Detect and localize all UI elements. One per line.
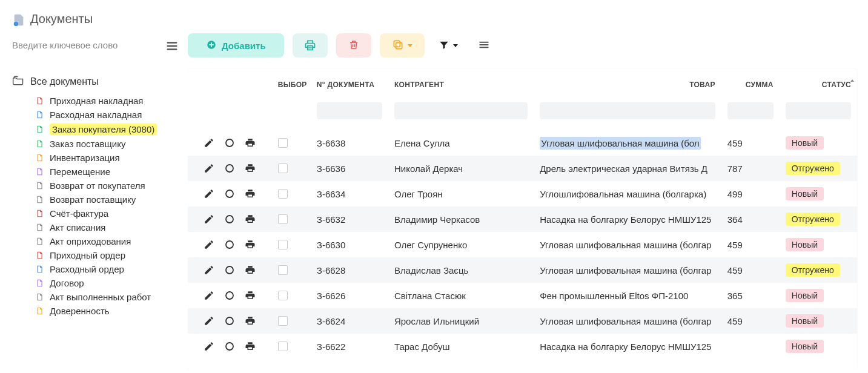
sidebar-item[interactable]: Акт списания — [35, 220, 179, 234]
add-button[interactable]: Добавить — [188, 33, 284, 58]
row-checkbox[interactable] — [278, 342, 288, 351]
file-icon — [35, 110, 44, 120]
sidebar-item[interactable]: Договор — [35, 276, 179, 290]
col-header-product[interactable]: ТОВАР — [534, 68, 721, 97]
sidebar-item[interactable]: Заказ поставщику — [35, 137, 179, 151]
sidebar-item[interactable]: Возврат от покупателя — [35, 179, 179, 193]
file-icon — [35, 292, 44, 302]
svg-point-4 — [226, 139, 233, 147]
circle-icon[interactable] — [224, 341, 235, 352]
print-icon[interactable] — [245, 341, 256, 352]
filter-contractor[interactable] — [394, 102, 528, 119]
file-icon — [35, 264, 44, 274]
sidebar-item[interactable]: Приходная накладная — [35, 94, 179, 108]
edit-icon[interactable] — [204, 137, 214, 148]
cell-contractor: Олег Супруненко — [388, 232, 534, 257]
sidebar-item[interactable]: Перемещение — [35, 165, 179, 179]
sidebar-item-label: Возврат от покупателя — [50, 180, 145, 191]
print-icon[interactable] — [245, 290, 256, 301]
print-button[interactable] — [293, 33, 328, 58]
sidebar-item[interactable]: Акт оприходования — [35, 234, 179, 248]
table-row[interactable]: З-6626 Світлана Стасюк Фен промышленный … — [188, 283, 857, 308]
circle-icon[interactable] — [224, 163, 235, 174]
row-checkbox[interactable] — [278, 163, 288, 173]
delete-button[interactable] — [336, 33, 371, 58]
sidebar-item[interactable]: Возврат поставщику — [35, 193, 179, 206]
table-row[interactable]: З-6630 Олег Супруненко Угловая шлифоваль… — [188, 232, 857, 257]
row-checkbox[interactable] — [278, 265, 288, 275]
circle-icon[interactable] — [224, 137, 235, 148]
circle-icon[interactable] — [224, 188, 235, 199]
copy-icon — [392, 39, 404, 53]
circle-icon[interactable] — [224, 239, 235, 250]
row-checkbox[interactable] — [278, 214, 288, 224]
edit-icon[interactable] — [204, 290, 214, 301]
row-checkbox[interactable] — [278, 291, 288, 300]
filter-doc-no[interactable] — [317, 102, 382, 119]
edit-icon[interactable] — [204, 265, 214, 276]
file-icon — [35, 306, 44, 316]
table-row[interactable]: З-6638 Елена Сулла Угловая шлифовальная … — [188, 130, 857, 156]
circle-icon[interactable] — [224, 290, 235, 301]
col-header-sum[interactable]: СУММА — [721, 68, 780, 97]
svg-point-11 — [226, 317, 233, 325]
table-row[interactable]: З-6628 Владислав Заєць Угловая шлифоваль… — [188, 257, 857, 283]
cell-sum: 365 — [721, 283, 780, 308]
sidebar-item[interactable]: Доверенность — [35, 304, 179, 318]
sidebar-item[interactable]: Акт выполненных работ — [35, 290, 179, 304]
status-badge: Новый — [786, 340, 824, 353]
circle-icon[interactable] — [224, 214, 235, 225]
filter-button[interactable] — [433, 33, 463, 58]
scroll-up-icon[interactable] — [849, 77, 856, 88]
edit-icon[interactable] — [204, 341, 214, 352]
print-icon[interactable] — [245, 188, 256, 199]
col-header-doc-no[interactable]: N° ДОКУМЕНТА — [311, 68, 388, 97]
row-checkbox[interactable] — [278, 316, 288, 326]
table-row[interactable]: З-6632 Владимир Черкасов Насадка на болг… — [188, 206, 857, 232]
row-checkbox[interactable] — [278, 189, 288, 199]
tree-root-all-documents[interactable]: Все документы — [12, 74, 179, 89]
col-header-select[interactable]: ВЫБОР — [272, 68, 311, 97]
filter-sum[interactable] — [727, 102, 774, 119]
sidebar-item[interactable]: Приходный ордер — [35, 248, 179, 262]
sidebar-item[interactable]: Расходный ордер — [35, 262, 179, 276]
cell-doc-no: З-6630 — [311, 232, 388, 257]
table-row[interactable]: З-6634 Олег Троян Углошлифовальная машин… — [188, 181, 857, 206]
print-icon[interactable] — [245, 137, 256, 148]
sidebar-toggle-icon[interactable] — [165, 39, 179, 50]
col-header-contractor[interactable]: КОНТРАГЕНТ — [388, 68, 534, 97]
sidebar-item[interactable]: Расходная накладная — [35, 108, 179, 122]
print-icon[interactable] — [245, 163, 256, 174]
copy-button[interactable] — [380, 33, 425, 58]
edit-icon[interactable] — [204, 239, 214, 250]
edit-icon[interactable] — [204, 163, 214, 174]
circle-icon[interactable] — [224, 265, 235, 276]
edit-icon[interactable] — [204, 315, 214, 326]
search-input[interactable]: Введите ключевое слово — [12, 40, 118, 50]
sidebar-item-label: Акт выполненных работ — [50, 292, 151, 302]
print-icon[interactable] — [245, 214, 256, 225]
cell-sum: 499 — [721, 181, 780, 206]
more-menu-button[interactable] — [472, 33, 496, 58]
sidebar-item-label: Приходный ордер — [50, 250, 125, 260]
table-row[interactable]: З-6624 Ярослав Ильницкий Угловая шлифова… — [188, 308, 857, 334]
cell-contractor: Олег Троян — [388, 181, 534, 206]
edit-icon[interactable] — [204, 214, 214, 225]
table-row[interactable]: З-6622 Тарас Добуш Насадка на болгарку Б… — [188, 334, 857, 359]
edit-icon[interactable] — [204, 188, 214, 199]
print-icon[interactable] — [245, 315, 256, 326]
filter-product[interactable] — [540, 102, 715, 119]
sidebar-item-label: Расходная накладная — [50, 110, 142, 120]
col-header-status[interactable]: СТАТУС — [780, 68, 857, 97]
print-icon[interactable] — [245, 239, 256, 250]
sidebar-item[interactable]: Инвентаризация — [35, 151, 179, 165]
sidebar-item[interactable]: Заказ покупателя (3080) — [35, 122, 179, 137]
table-row[interactable]: З-6636 Николай Деркач Дрель электрическа… — [188, 156, 857, 181]
sidebar-item[interactable]: Счёт-фактура — [35, 206, 179, 220]
circle-icon[interactable] — [224, 315, 235, 326]
row-checkbox[interactable] — [278, 240, 288, 249]
print-icon[interactable] — [245, 265, 256, 276]
row-checkbox[interactable] — [278, 138, 288, 148]
filter-status[interactable] — [786, 102, 851, 119]
file-icon — [35, 278, 44, 288]
